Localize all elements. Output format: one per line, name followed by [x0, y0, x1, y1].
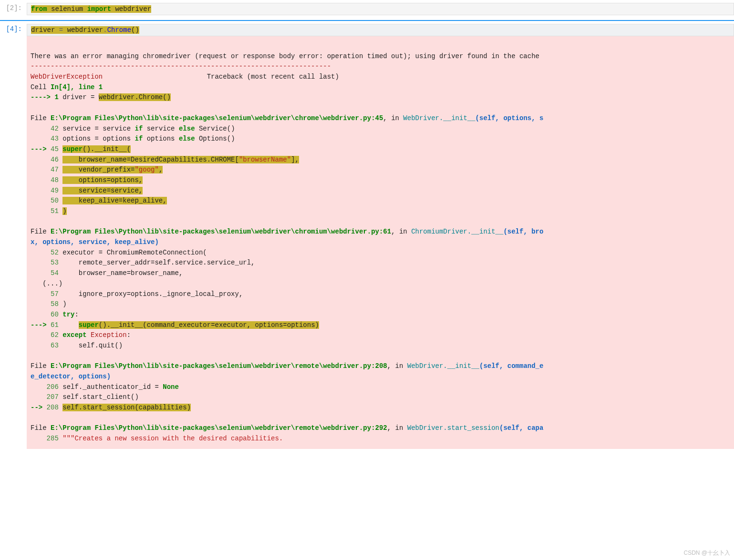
- traceback-label: Traceback (most recent call last): [103, 73, 339, 81]
- highlight: ],: [291, 156, 299, 163]
- highlight: self.start_session(capabilities): [62, 404, 191, 411]
- highlight: vendor_prefix: [62, 166, 131, 173]
- highlight: =: [211, 321, 215, 329]
- error-line: (...): [31, 280, 62, 287]
- lineno: 46: [51, 156, 59, 163]
- error-line: , in: [387, 362, 407, 370]
- func-name: WebDriver.start_session: [407, 424, 499, 432]
- highlight: ,: [159, 166, 163, 173]
- cell-body: driver = webdriver.Chrome() There was an…: [27, 24, 734, 449]
- error-line: service: [143, 125, 179, 132]
- error-line: self.quit(): [59, 342, 123, 349]
- code-input[interactable]: from selenium import webdriver: [27, 3, 734, 15]
- token: =: [59, 26, 67, 34]
- error-line: There was an error managing chromedriver…: [31, 52, 539, 60]
- error-line: , in: [387, 424, 407, 432]
- file-path: E:\Program Files\Python\lib\site-package…: [51, 424, 387, 432]
- token: import: [87, 5, 115, 13]
- kw: else: [179, 135, 195, 143]
- prompt-label: [4]:: [0, 24, 27, 449]
- lineno: 63: [51, 342, 59, 349]
- lineno: 206: [47, 383, 59, 391]
- highlight: ().: [99, 321, 111, 329]
- error-line: self._authenticator_id: [59, 383, 155, 391]
- func-name: WebDriver.__init__: [407, 362, 479, 370]
- file-path: E:\Program Files\Python\lib\site-package…: [51, 228, 391, 235]
- token: webdriver: [67, 26, 103, 34]
- lineno: 58: [51, 300, 59, 308]
- highlight: (command_executor: [143, 321, 211, 329]
- highlight: "goog": [134, 166, 158, 173]
- arrow: --->: [31, 321, 51, 329]
- highlight: executor, options: [215, 321, 283, 329]
- kw: if: [134, 135, 143, 143]
- error-line: =: [94, 125, 98, 132]
- error-line: browser_name: [59, 269, 127, 277]
- error-line: self.service.service_url,: [155, 259, 255, 266]
- token: (): [131, 26, 139, 34]
- error-line: self.start_client(): [59, 393, 139, 401]
- error-line: ----------------------------------------…: [31, 62, 331, 70]
- error-line: remote_server_addr: [59, 259, 151, 266]
- lineno: 53: [51, 259, 59, 266]
- func-name: WebDriver.__init__: [403, 114, 475, 122]
- lineno: 285: [47, 435, 59, 442]
- error-line: executor = ChromiumRemoteConnection(: [59, 249, 207, 256]
- lineno: 208: [47, 404, 59, 411]
- file-path: E:\Program Files\Python\lib\site-package…: [51, 362, 387, 370]
- highlight: ().: [83, 145, 94, 153]
- highlight: super: [62, 145, 83, 153]
- highlight: =: [127, 156, 131, 163]
- error-line: Service(): [195, 125, 235, 132]
- error-line: =: [127, 269, 131, 277]
- error-line: service: [59, 125, 95, 132]
- lineno: 42: [51, 125, 59, 132]
- highlight: __init__: [94, 145, 126, 153]
- lineno: 54: [51, 269, 59, 277]
- kw: except: [59, 331, 87, 339]
- token: webdriver: [115, 5, 151, 13]
- code-cell[interactable]: [2]: from selenium import webdriver: [0, 0, 734, 15]
- kw: try: [59, 311, 75, 318]
- error-line: =: [155, 383, 163, 391]
- code-input[interactable]: driver = webdriver.Chrome(): [27, 24, 734, 36]
- error-line: Exception: [87, 331, 127, 339]
- error-line: :: [74, 311, 78, 318]
- func-args: (self, options, s: [476, 114, 544, 122]
- file-label: File: [31, 114, 51, 122]
- highlight: service=service,: [62, 187, 143, 194]
- func-args: (self, capa: [499, 424, 543, 432]
- lineno: 60: [51, 311, 59, 318]
- func-args: (self, bro: [503, 228, 543, 235]
- error-line: =: [127, 290, 131, 298]
- lineno: 61: [51, 321, 59, 329]
- lineno: 62: [51, 331, 59, 339]
- code-cell-active[interactable]: [4]: driver = webdriver.Chrome() There w…: [0, 20, 734, 449]
- notebook: [2]: from selenium import webdriver [4]:…: [0, 0, 734, 449]
- highlight: __init__: [111, 321, 143, 329]
- token: selenium: [51, 5, 87, 13]
- lineno: 43: [51, 135, 59, 143]
- file-path: E:\Program Files\Python\lib\site-package…: [51, 114, 383, 122]
- error-line: options: [99, 135, 135, 143]
- highlight: options=options,: [62, 176, 143, 184]
- highlight: "browserName": [239, 156, 291, 163]
- highlight: =: [283, 321, 287, 329]
- docstring: """Creates a new session with the desire…: [59, 435, 283, 442]
- token: Chrome: [107, 26, 131, 34]
- error-line: options: [59, 135, 95, 143]
- lineno: 51: [51, 207, 59, 215]
- highlight: webdriver.Chrome(): [99, 93, 171, 101]
- error-line: options._ignore_local_proxy,: [131, 290, 243, 298]
- highlight: DesiredCapabilities.CHROME[: [131, 156, 239, 163]
- cell-body: from selenium import webdriver: [27, 3, 734, 15]
- lineno: 52: [51, 249, 59, 256]
- lineno: 207: [47, 393, 59, 401]
- kw: if: [134, 125, 143, 132]
- kw: else: [179, 125, 195, 132]
- error-line: browser_name,: [131, 269, 183, 277]
- exception-name: WebDriverException: [31, 73, 103, 81]
- error-line: =: [94, 135, 98, 143]
- func-name: ChromiumDriver.__init__: [411, 228, 503, 235]
- error-line: driver: [59, 93, 91, 101]
